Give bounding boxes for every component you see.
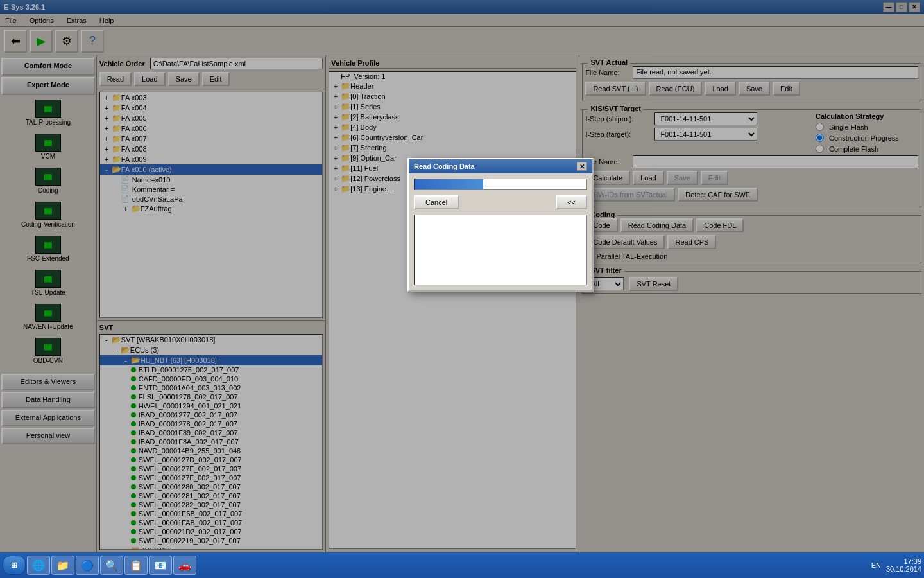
read-coding-data-dialog: Read Coding Data ✕ Cancel << bbox=[407, 158, 594, 292]
modal-cancel-btn[interactable]: Cancel bbox=[414, 195, 459, 209]
taskbar-browser[interactable]: 🌐 bbox=[27, 556, 50, 575]
taskbar-date: 30.10.2014 bbox=[886, 565, 921, 573]
taskbar-blue[interactable]: 🔵 bbox=[76, 556, 99, 575]
modal-overlay: Read Coding Data ✕ Cancel << bbox=[0, 0, 924, 552]
modal-progress-fill bbox=[415, 179, 483, 189]
modal-close-btn[interactable]: ✕ bbox=[577, 162, 587, 171]
taskbar: ⊞ 🌐 📁 🔵 🔍 📋 📧 🚗 EN 17:39 30.10.2014 bbox=[0, 552, 924, 578]
taskbar-clock: 17:39 30.10.2014 bbox=[886, 557, 921, 573]
start-button[interactable]: ⊞ bbox=[3, 556, 26, 575]
taskbar-right: EN 17:39 30.10.2014 bbox=[871, 557, 921, 573]
modal-button-row: Cancel << bbox=[414, 195, 587, 209]
taskbar-lang: EN bbox=[871, 561, 881, 569]
taskbar-email[interactable]: 📧 bbox=[149, 556, 172, 575]
taskbar-explorer[interactable]: 📁 bbox=[51, 556, 74, 575]
taskbar-clipboard[interactable]: 📋 bbox=[124, 556, 148, 575]
taskbar-time: 17:39 bbox=[886, 557, 921, 565]
taskbar-search[interactable]: 🔍 bbox=[100, 556, 123, 575]
modal-title-bar: Read Coding Data ✕ bbox=[409, 159, 592, 173]
modal-log-area bbox=[414, 215, 587, 285]
taskbar-bmw[interactable]: 🚗 bbox=[173, 556, 196, 575]
modal-back-btn[interactable]: << bbox=[556, 195, 587, 209]
modal-body: Cancel << bbox=[409, 173, 592, 290]
modal-title: Read Coding Data bbox=[414, 162, 475, 170]
modal-progress-bar-container bbox=[414, 179, 587, 190]
